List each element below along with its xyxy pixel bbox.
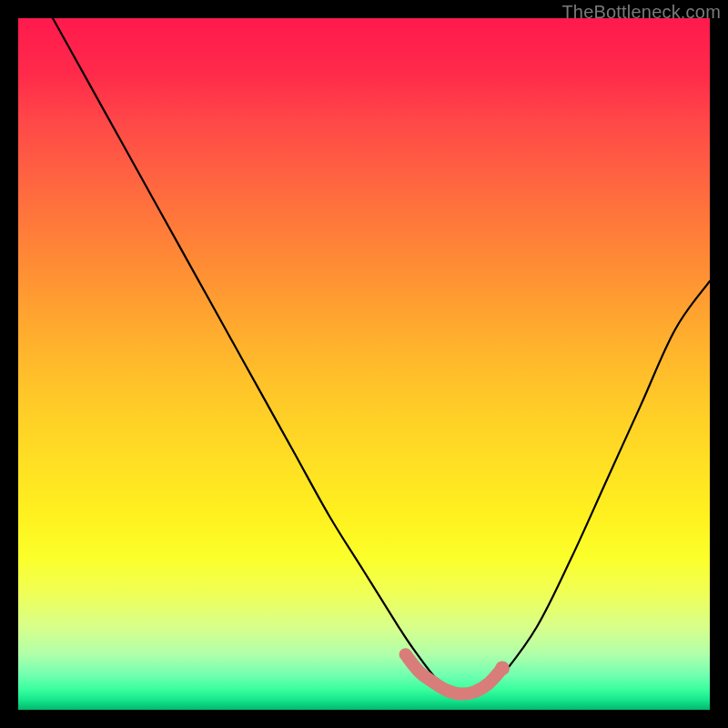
marker-right-icon <box>495 661 510 675</box>
optimal-band <box>406 654 502 693</box>
plot-area <box>18 18 710 710</box>
chart-frame: TheBottleneck.com <box>0 0 728 728</box>
chart-svg <box>18 18 710 710</box>
bottleneck-curve <box>53 18 710 697</box>
